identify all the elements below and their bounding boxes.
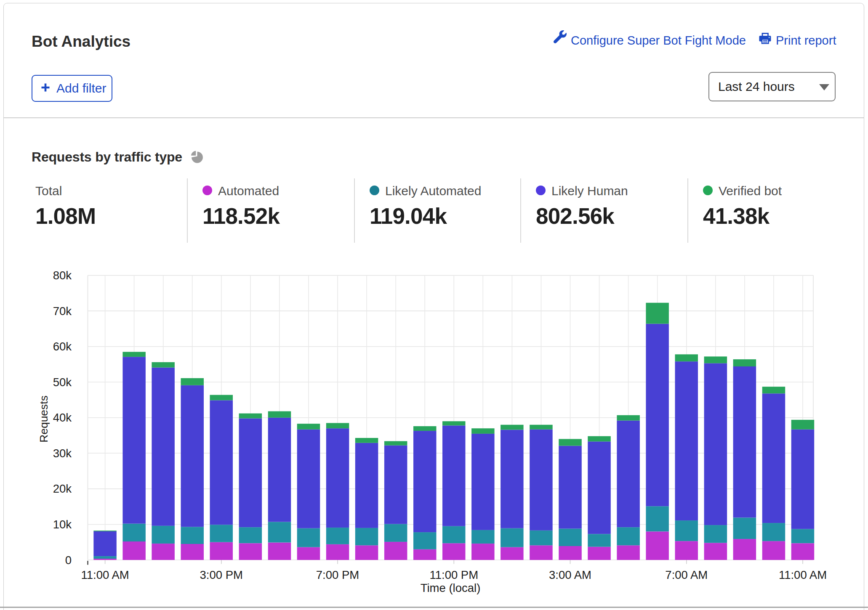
svg-text:Requests: Requests bbox=[37, 395, 50, 443]
svg-text:11:00 AM: 11:00 AM bbox=[81, 568, 129, 581]
svg-text:0: 0 bbox=[65, 554, 72, 567]
svg-text:3:00 PM: 3:00 PM bbox=[200, 568, 243, 581]
svg-text:10k: 10k bbox=[53, 518, 72, 531]
svg-text:11:00 PM: 11:00 PM bbox=[429, 568, 478, 581]
svg-text:60k: 60k bbox=[53, 340, 72, 353]
svg-text:50k: 50k bbox=[53, 376, 72, 389]
svg-text:11:00 AM: 11:00 AM bbox=[779, 568, 827, 581]
svg-text:30k: 30k bbox=[53, 447, 72, 460]
svg-text:3:00 AM: 3:00 AM bbox=[549, 568, 591, 581]
svg-text:20k: 20k bbox=[53, 482, 72, 495]
svg-text:70k: 70k bbox=[53, 305, 72, 318]
svg-text:Time (local): Time (local) bbox=[421, 581, 481, 594]
svg-text:80k: 80k bbox=[53, 269, 72, 282]
svg-text:7:00 PM: 7:00 PM bbox=[316, 568, 359, 581]
svg-text:40k: 40k bbox=[53, 411, 72, 424]
svg-text:7:00 AM: 7:00 AM bbox=[665, 568, 708, 581]
